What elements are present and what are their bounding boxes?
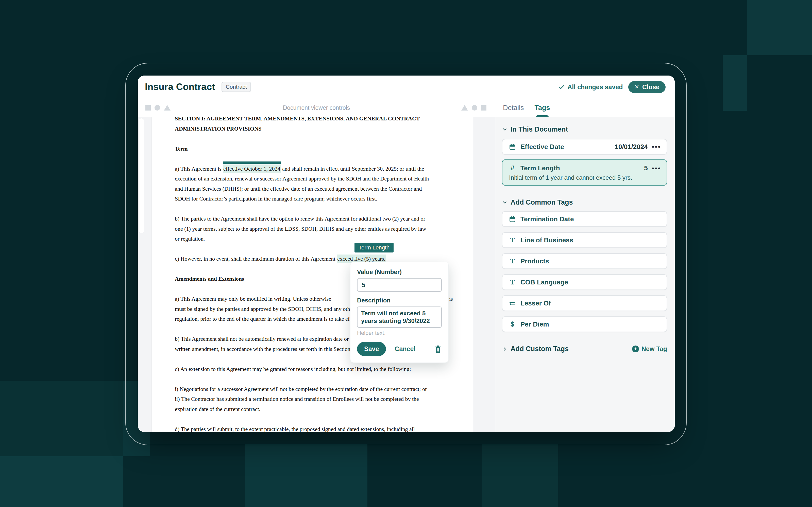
doc-paragraph-line: ii) The Contractor has submitted a termi…: [175, 394, 458, 404]
text-icon: T: [509, 257, 516, 265]
doc-paragraph-line: execution of an extension, renewal or su…: [175, 174, 458, 184]
tab-tags[interactable]: Tags: [535, 98, 550, 117]
page-title: Insura Contract: [145, 81, 215, 92]
helper-text: Helper text.: [357, 330, 442, 336]
tag-card-effective-date[interactable]: Effective Date 10/01/2024 •••: [502, 139, 667, 155]
doc-paragraph-line: a) This Agreement is effective October 1…: [175, 164, 458, 174]
bg-mosaic-square: [245, 444, 367, 507]
tag-card-products[interactable]: T Products: [502, 253, 667, 269]
tag-card-termination-date[interactable]: Termination Date: [502, 211, 667, 227]
doc-subheading-term: Term: [175, 144, 458, 154]
doc-paragraph-line: expiration date of the current contract.: [175, 404, 458, 414]
doc-paragraph-line: i) Negotiations for a successor Agreemen…: [175, 384, 458, 394]
close-button[interactable]: ✕ Close: [628, 81, 666, 93]
bg-mosaic-square: [482, 444, 558, 507]
value-field-label: Value (Number): [357, 269, 442, 276]
plus-icon: +: [632, 345, 639, 352]
section-add-common-tags[interactable]: Add Common Tags: [502, 199, 667, 206]
save-status: All changes saved: [558, 83, 623, 91]
tag-description-input[interactable]: Term will not exceed 5 years starting 9/…: [357, 306, 442, 328]
doc-paragraph-line: b) The parties to the Agreement shall ha…: [175, 214, 458, 224]
tag-card-line-of-business[interactable]: T Line of Business: [502, 232, 667, 248]
tag-name: COB Language: [520, 278, 568, 286]
section-in-this-document[interactable]: In This Document: [502, 126, 667, 133]
tag-card-cob-language[interactable]: T COB Language: [502, 274, 667, 290]
tag-name: Lesser Of: [520, 299, 551, 307]
contract-type-badge: Contract: [221, 82, 251, 92]
calendar-icon: [509, 216, 516, 223]
tag-name: Line of Business: [520, 236, 573, 244]
sidebar-tabbar: Details Tags: [495, 98, 675, 118]
doc-text: a) This Agreement is: [175, 166, 223, 172]
doc-section-heading: SECTION I: AGREEMENT TERM, AMENDMENTS, E…: [175, 117, 458, 124]
section-header-label: In This Document: [511, 125, 568, 133]
tag-name: Termination Date: [520, 215, 574, 223]
desktop-background: Insura Contract Contract All changes sav…: [0, 0, 812, 507]
document-scrollbar[interactable]: [139, 118, 144, 233]
doc-text: c) However, in no event, shall the maxim…: [175, 256, 337, 262]
doc-paragraph-line: one (1) year terms, subject to the appro…: [175, 224, 458, 234]
bg-mosaic-square: [123, 456, 245, 507]
tag-value: 10/01/2024: [615, 143, 648, 151]
chevron-down-icon: [502, 126, 507, 132]
section-header-label: Add Custom Tags: [511, 345, 569, 353]
close-icon: ✕: [635, 83, 639, 90]
document-viewer-toolbar: Document viewer controls: [138, 98, 495, 118]
app-header: Insura Contract Contract All changes sav…: [138, 75, 675, 99]
dollar-icon: $: [509, 321, 516, 328]
new-tag-button[interactable]: + New Tag: [632, 345, 667, 353]
doc-text: a) This Agreement may only be modified i…: [175, 295, 331, 302]
more-options-icon[interactable]: •••: [652, 165, 661, 172]
tag-name: Term Length: [520, 164, 560, 172]
tag-name: Per Diem: [520, 321, 549, 328]
doc-paragraph-line: and Human Services (DHHS); or until the …: [175, 184, 458, 194]
tag-card-lesser-of[interactable]: Lesser Of: [502, 295, 667, 311]
tags-sidebar: In This Document Effective Date 10/01/20…: [495, 117, 675, 432]
section-add-custom-tags[interactable]: Add Custom Tags: [502, 345, 569, 353]
description-field-label: Description: [357, 297, 442, 304]
doc-text: and shall remain in effect until Septemb…: [281, 166, 424, 172]
tag-card-term-length[interactable]: # Term Length 5 ••• Initial term of 1 ye…: [502, 160, 667, 185]
new-tag-label: New Tag: [642, 345, 667, 353]
more-options-icon[interactable]: •••: [652, 144, 661, 150]
tag-name: Effective Date: [520, 143, 564, 151]
tag-value-input[interactable]: [357, 278, 442, 292]
tag-description: Initial term of 1 year and cannot exceed…: [509, 174, 661, 181]
compare-sliders-icon: [509, 300, 516, 307]
doc-paragraph-line: SDOH for Contractor’s participation in t…: [175, 194, 458, 204]
doc-section-heading: ADMINISTRATION PROVISIONS: [175, 124, 458, 134]
section-header-label: Add Common Tags: [511, 199, 573, 206]
chevron-down-icon: [502, 200, 507, 205]
text-icon: T: [509, 278, 516, 286]
tag-edit-popup: Value (Number) Description Term will not…: [350, 262, 449, 363]
tag-card-per-diem[interactable]: $ Per Diem: [502, 316, 667, 332]
delete-tag-button[interactable]: [434, 345, 442, 353]
app-window: Insura Contract Contract All changes sav…: [138, 75, 675, 432]
doc-paragraph-line: or regulation.: [175, 234, 458, 244]
bg-mosaic-square: [0, 456, 123, 507]
tag-name: Products: [520, 257, 549, 265]
save-status-label: All changes saved: [567, 83, 623, 91]
text-icon: T: [509, 236, 516, 244]
doc-paragraph-line: c) An extension to this Agreement may be…: [175, 364, 458, 374]
bg-mosaic-square: [723, 55, 747, 111]
calendar-icon: [509, 144, 516, 150]
trash-icon: [434, 345, 442, 353]
tab-details[interactable]: Details: [503, 98, 524, 117]
close-button-label: Close: [642, 83, 659, 91]
save-button[interactable]: Save: [357, 342, 386, 356]
term-length-tag-label[interactable]: Term Length: [354, 243, 394, 252]
bg-mosaic-square: [0, 381, 123, 456]
doc-paragraph-line: d) The parties will submit, to the exten…: [175, 424, 458, 432]
cancel-button[interactable]: Cancel: [395, 345, 415, 353]
toolbar-label: Document viewer controls: [138, 98, 495, 117]
tag-value: 5: [644, 164, 648, 172]
bg-mosaic-square: [747, 0, 812, 55]
effective-date-highlight[interactable]: effective October 1, 2024: [223, 165, 281, 173]
check-icon: [558, 83, 565, 90]
number-icon: #: [509, 164, 516, 172]
chevron-right-icon: [502, 346, 507, 352]
